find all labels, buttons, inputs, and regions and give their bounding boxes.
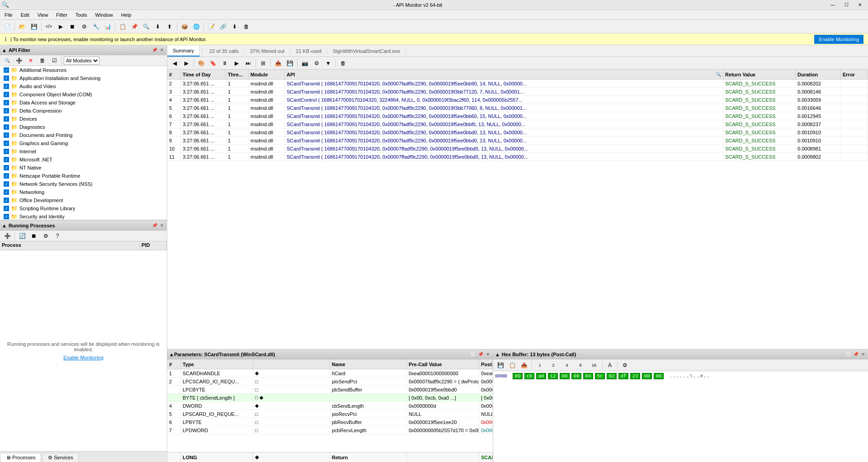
table-row[interactable]: 10 3:27:06.661 ... 1 msdmd.dll SCardTran…: [167, 145, 868, 153]
hex-b8-btn[interactable]: 8: [574, 360, 587, 370]
param-row[interactable]: 6 LPBYTE □ pbRecvBuffer 0x0000019f5ee1ee…: [167, 418, 493, 426]
tree-item-netscape[interactable]: ✓ 📁 Netscape Portable Runtime: [0, 172, 167, 180]
param-row-highlighted[interactable]: BYTE [ cbSendLength ] □ ◆ [ 0x00, 0xcb, …: [167, 394, 493, 402]
api-nav-next[interactable]: ▶: [181, 58, 192, 68]
api-nav-prev[interactable]: ◀: [169, 58, 180, 68]
toolbar-btn13[interactable]: 🌐: [191, 22, 202, 32]
menu-help[interactable]: Help: [118, 11, 135, 19]
tree-item-office[interactable]: ✓ 📁 Office Development: [0, 196, 167, 204]
table-row[interactable]: 5 3:27:06.661 ... 1 msdmd.dll SCardTrans…: [167, 104, 868, 112]
tree-check[interactable]: ✓: [4, 100, 9, 105]
table-row[interactable]: 11 3:27:06.661 ... 1 msdmd.dll SCardTran…: [167, 153, 868, 161]
tree-check[interactable]: ✓: [4, 84, 9, 89]
toolbar-btn16[interactable]: ⬇: [229, 22, 240, 32]
toolbar-btn17[interactable]: 🗑: [241, 22, 252, 32]
toolbar-btn9[interactable]: 🔍: [141, 22, 151, 32]
config-btn[interactable]: ⚙: [40, 231, 51, 241]
api-camera-btn[interactable]: 📷: [299, 58, 310, 68]
hex-b16-btn[interactable]: 16: [588, 360, 600, 370]
maximize-button[interactable]: ☐: [840, 1, 853, 9]
api-save2-btn[interactable]: 💾: [284, 58, 295, 68]
tree-check[interactable]: ✓: [4, 189, 9, 195]
summary-tab[interactable]: Summary: [167, 45, 200, 57]
tree-item-scripting[interactable]: ✓ 📁 Scripting Runtime Library: [0, 204, 167, 212]
api-play-btn[interactable]: ▶: [231, 58, 242, 68]
tree-check[interactable]: ✓: [4, 157, 9, 162]
table-row[interactable]: 9 3:27:06.661 ... 1 msdmd.dll SCardTrans…: [167, 137, 868, 145]
hex-b1-btn[interactable]: 1: [533, 360, 546, 370]
tab-services[interactable]: ⚙ Services: [42, 453, 79, 462]
params-pin-btn[interactable]: ⬜: [470, 351, 476, 358]
stop-btn[interactable]: ⏹: [28, 231, 39, 241]
monitor-button[interactable]: ▶: [55, 22, 66, 32]
tree-item-audio-video[interactable]: ✓ 📁 Audio and Video: [0, 82, 167, 90]
tree-item-data-access[interactable]: ✓ 📁 Data Access and Storage: [0, 99, 167, 107]
menu-tools[interactable]: Tools: [72, 11, 91, 19]
hex-pin-btn[interactable]: ⬜: [845, 351, 852, 358]
tree-check[interactable]: ✓: [4, 173, 9, 179]
hex-save-btn[interactable]: 💾: [495, 360, 506, 370]
param-row[interactable]: 7 LPDWORD □ pcbRecvLength 0x000000005b25…: [167, 426, 493, 434]
tree-item-networking[interactable]: ✓ 📁 Networking: [0, 188, 167, 196]
hex-copy-btn[interactable]: 📋: [507, 360, 518, 370]
toolbar-btn10[interactable]: ⬇: [152, 22, 163, 32]
tree-check[interactable]: ✓: [4, 75, 9, 81]
table-row[interactable]: 4 3:27:06.651 ... 1 msdmd.dll SCardContr…: [167, 96, 868, 104]
api-bookmark-btn[interactable]: 🔖: [208, 58, 218, 68]
tree-item-docs-printing[interactable]: ✓ 📁 Documents and Printing: [0, 131, 167, 139]
tree-check[interactable]: ✓: [4, 116, 9, 122]
tree-item-graphics[interactable]: ✓ 📁 Graphics and Gaming: [0, 139, 167, 147]
minimize-button[interactable]: —: [826, 1, 839, 9]
toolbar-btn3[interactable]: ⏹: [67, 22, 78, 32]
api-step-btn[interactable]: ⏭: [243, 58, 254, 68]
hex-settings-btn[interactable]: ⚙: [619, 360, 630, 370]
toolbar-btn4[interactable]: ⚙: [79, 22, 90, 32]
table-row[interactable]: 8 3:27:06.661 ... 1 msdmd.dll SCardTrans…: [167, 128, 868, 137]
hex-font-btn[interactable]: A: [604, 360, 615, 370]
api-drop-btn[interactable]: ▼: [323, 58, 334, 68]
running-close-button[interactable]: ✕: [159, 222, 165, 229]
refresh-btn[interactable]: 🔄: [17, 231, 28, 241]
code-button[interactable]: </>: [43, 22, 54, 32]
filter-search-btn[interactable]: 🔍: [2, 56, 13, 66]
tree-check[interactable]: ✓: [4, 92, 9, 97]
tree-item-additional-resources[interactable]: ✓ 📁 Additional Resources: [0, 66, 167, 74]
tree-check[interactable]: ✓: [4, 141, 9, 146]
tree-item-app-install[interactable]: ✓ 📁 Application Installation and Servici…: [0, 74, 167, 82]
close-button[interactable]: ✕: [854, 1, 866, 9]
toolbar-btn7[interactable]: 📋: [117, 22, 128, 32]
tree-item-nss[interactable]: ✓ 📁 Network Security Services (NSS): [0, 180, 167, 188]
toolbar-btn6[interactable]: 📊: [102, 22, 113, 32]
menu-file[interactable]: File: [1, 11, 16, 19]
help-proc-btn[interactable]: ?: [52, 231, 63, 241]
filter-clear-btn[interactable]: 🗑: [37, 56, 48, 66]
tree-check[interactable]: ✓: [4, 198, 9, 203]
param-row[interactable]: LPCBYTE □ pbSendBuffer 0x0000019f5ee0bbd…: [167, 386, 493, 394]
filter-pin-button[interactable]: 📌: [151, 47, 158, 53]
open-button[interactable]: 📂: [17, 22, 28, 32]
filter-check-btn[interactable]: ☑: [49, 56, 60, 66]
tree-item-internet[interactable]: ✓ 📁 Internet: [0, 147, 167, 156]
toolbar-btn15[interactable]: 🔗: [217, 22, 228, 32]
tree-check[interactable]: ✓: [4, 149, 9, 154]
param-row[interactable]: 1 SCARDHANDLE ◆ hCard 0xea00001000000000…: [167, 369, 493, 377]
hex-float-btn[interactable]: 📌: [853, 351, 859, 358]
api-grid-btn[interactable]: ⊞: [258, 58, 269, 68]
tree-check[interactable]: ✓: [4, 132, 9, 138]
toolbar-btn8[interactable]: 📌: [129, 22, 140, 32]
hex-close-btn[interactable]: ✕: [860, 351, 866, 358]
param-row[interactable]: 5 LPSCARD_IO_REQUE... □ pioRecvPci NULL …: [167, 410, 493, 418]
tree-item-security[interactable]: ✓ 📁 Security and Identity: [0, 212, 167, 220]
tree-check-additional[interactable]: ✓: [4, 67, 9, 73]
table-row[interactable]: 2 3:27:06.651 ... 1 msdmd.dll SCardTrans…: [167, 80, 868, 88]
table-row[interactable]: 6 3:27:06.661 ... 1 msdmd.dll SCardTrans…: [167, 112, 868, 120]
tree-item-diagnostics[interactable]: ✓ 📁 Diagnostics: [0, 123, 167, 131]
tree-check[interactable]: ✓: [4, 206, 9, 211]
api-color-btn[interactable]: 🎨: [196, 58, 207, 68]
api-settings-btn[interactable]: ⚙: [311, 58, 322, 68]
params-close-btn[interactable]: ✕: [485, 351, 491, 358]
table-row[interactable]: 7 3:27:06.661 ... 1 msdmd.dll SCardTrans…: [167, 120, 868, 128]
enable-monitoring-button[interactable]: Enable Monitoring: [814, 35, 863, 44]
new-button[interactable]: 📄: [2, 22, 13, 32]
module-dropdown[interactable]: All Modules: [64, 57, 99, 65]
